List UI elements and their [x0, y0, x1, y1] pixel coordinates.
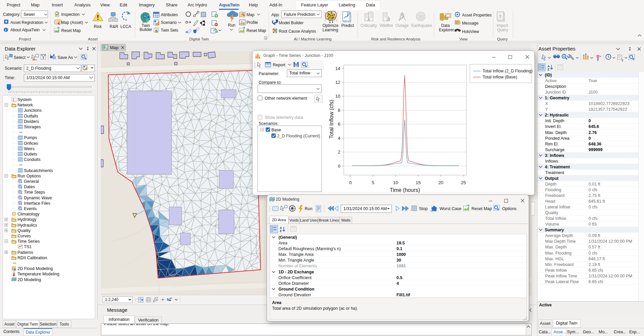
svg-text:Run Options: Run Options: [17, 174, 41, 178]
svg-text:Total Inflow (Base): Total Inflow (Base): [483, 75, 517, 79]
svg-text:5: 5: [372, 180, 374, 185]
svg-text:App:: App:: [271, 12, 280, 17]
svg-text:Learning: Learning: [323, 28, 338, 32]
svg-text:Map: Map: [110, 45, 118, 50]
svg-text:Scenario: Scenario: [161, 20, 177, 25]
svg-text:Z: Z: [547, 68, 550, 71]
svg-text:Z: Z: [280, 229, 282, 233]
svg-text:Outfalls: Outfalls: [24, 114, 38, 119]
svg-text:Options: Options: [502, 206, 517, 211]
svg-text:Earthquake: Earthquake: [411, 23, 432, 28]
svg-text:Dates: Dates: [24, 184, 35, 189]
svg-text:Time Series: Time Series: [17, 239, 40, 244]
svg-text:Model Builder: Model Builder: [279, 21, 303, 25]
svg-text:General: General: [24, 179, 39, 184]
svg-text:Data: Data: [441, 23, 450, 28]
svg-text:2D Modeling: 2D Modeling: [17, 277, 41, 282]
svg-text:Hydrology: Hydrology: [17, 217, 37, 222]
svg-text:0: 0: [338, 164, 340, 169]
svg-text:Junctions: Junctions: [24, 108, 42, 113]
svg-text:Wildfire: Wildfire: [380, 23, 393, 28]
svg-text:R&R: R&R: [110, 24, 118, 29]
svg-text:Reset Map: Reset Map: [471, 206, 492, 211]
svg-text:Outage: Outage: [395, 23, 409, 28]
svg-text:Asset Properties: Asset Properties: [462, 13, 492, 18]
svg-text:Explorer: Explorer: [439, 28, 454, 32]
svg-text:Weirs: Weirs: [24, 146, 35, 151]
svg-text:Subcatchments: Subcatchments: [24, 168, 53, 173]
svg-text:TS1: TS1: [24, 244, 32, 249]
svg-text:RDII Calibration: RDII Calibration: [17, 256, 47, 260]
svg-text:8: 8: [338, 108, 340, 113]
svg-text:Attributes: Attributes: [161, 12, 178, 17]
svg-text:2D Flood Modeling: 2D Flood Modeling: [17, 266, 53, 271]
svg-text:i: i: [5, 28, 6, 32]
svg-text:Message: Message: [462, 21, 479, 26]
svg-text:Total Inflow (2_D Flooding): Total Inflow (2_D Flooding): [483, 69, 533, 73]
svg-text:Root Cause Analysis: Root Cause Analysis: [279, 29, 316, 34]
svg-text:Failure Prediction: Failure Prediction: [284, 12, 315, 17]
svg-text:Profile: Profile: [247, 20, 258, 25]
svg-text:12: 12: [335, 80, 340, 85]
svg-text:Total Inflow (cfs): Total Inflow (cfs): [329, 100, 334, 139]
svg-text:Risk: Risk: [94, 24, 102, 29]
svg-text:Predict: Predict: [341, 23, 354, 28]
svg-text:Network: Network: [17, 103, 33, 107]
svg-text:Temperature Modeling: Temperature Modeling: [17, 272, 59, 276]
svg-text:10: 10: [393, 180, 398, 185]
svg-text:Run: Run: [228, 23, 235, 28]
svg-text:Select: Select: [14, 55, 26, 60]
svg-text:Query: Query: [497, 28, 508, 32]
svg-text:Save As: Save As: [58, 55, 73, 60]
svg-text:Reset Map: Reset Map: [61, 28, 81, 33]
svg-text:10: 10: [335, 94, 340, 99]
svg-text:Conduits: Conduits: [24, 157, 40, 162]
svg-text:Outlets: Outlets: [24, 152, 37, 157]
svg-text:6: 6: [338, 122, 340, 127]
svg-text:15: 15: [416, 180, 421, 185]
svg-text:Inspection: Inspection: [61, 12, 80, 17]
svg-text:Run: Run: [305, 206, 312, 211]
svg-text:Twin Sets: Twin Sets: [161, 28, 178, 33]
svg-text:Import: Import: [497, 23, 508, 28]
svg-text:14: 14: [335, 66, 341, 71]
svg-text:?: ?: [499, 14, 501, 19]
svg-text:Patterns: Patterns: [17, 250, 33, 255]
svg-text:Time (hours): Time (hours): [390, 187, 420, 193]
svg-text:Stop: Stop: [419, 206, 428, 211]
svg-text:Curves: Curves: [17, 234, 31, 238]
svg-text:Pumps: Pumps: [24, 135, 37, 140]
svg-text:Map: Map: [247, 12, 255, 17]
svg-text:Storages: Storages: [24, 125, 41, 129]
svg-text:Quality: Quality: [17, 228, 31, 233]
svg-text:Orifices: Orifices: [24, 141, 38, 146]
svg-text:Criticality: Criticality: [361, 23, 377, 28]
svg-text:Σ: Σ: [13, 98, 15, 102]
svg-text:HoloView: HoloView: [462, 29, 479, 34]
svg-text:Asset Registration: Asset Registration: [10, 20, 43, 25]
svg-text:0: 0: [349, 180, 352, 185]
svg-text:Worst Case: Worst Case: [440, 206, 461, 211]
svg-text:Events: Events: [24, 206, 37, 211]
svg-text:25: 25: [461, 180, 466, 185]
svg-text:Hydraulics: Hydraulics: [17, 223, 37, 228]
svg-text:Interface Files: Interface Files: [24, 201, 50, 206]
svg-text:Map (Asset): Map (Asset): [61, 20, 83, 25]
svg-text:20: 20: [438, 180, 443, 185]
svg-text:About AquaTwin: About AquaTwin: [10, 28, 40, 32]
svg-text:2: 2: [338, 149, 340, 155]
svg-text:N: N: [167, 298, 169, 302]
svg-text:Builder: Builder: [140, 27, 152, 32]
svg-text:Category:: Category:: [3, 12, 21, 17]
svg-text:LCCA: LCCA: [120, 24, 131, 29]
svg-text:4: 4: [338, 136, 340, 141]
svg-text:System: System: [17, 97, 32, 102]
svg-text:Reset Map: Reset Map: [247, 28, 266, 33]
svg-text:Optimize: Optimize: [323, 23, 339, 28]
svg-text:Time Steps: Time Steps: [24, 190, 45, 195]
svg-text:Climatology: Climatology: [17, 212, 40, 216]
svg-text:Dividers: Dividers: [24, 119, 39, 124]
svg-text:Sewer: Sewer: [24, 12, 35, 17]
svg-text:Dynamic Wave: Dynamic Wave: [24, 196, 52, 200]
